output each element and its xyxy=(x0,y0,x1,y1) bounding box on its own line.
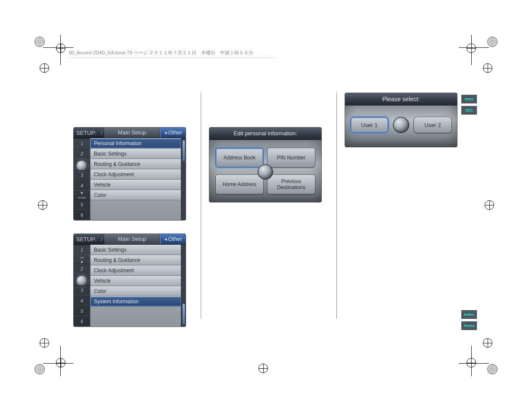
page-content: SETUP: / Main Setup Other 1 2 3 4 ▼ DOWN xyxy=(73,93,459,318)
user-dial-icon[interactable] xyxy=(393,117,409,133)
setup1-num-1: 1 xyxy=(74,138,90,149)
crop-mark-tl xyxy=(34,37,65,67)
setup2-num-3: 3 xyxy=(74,285,90,296)
crop-mark-left xyxy=(38,200,47,210)
setup2-num-6: 6 xyxy=(74,316,90,327)
setup1-num-3: 3 xyxy=(74,170,90,181)
edit-btn-home-address[interactable]: Home Address xyxy=(215,174,264,194)
setup1-num-2: 2 xyxy=(74,149,90,159)
setup1-item-personal-information[interactable]: Personal Information xyxy=(90,138,181,149)
setup2-num-4: 4 xyxy=(74,296,90,306)
setup2-items: Basic Settings Routing & Guidance Clock … xyxy=(90,245,181,327)
setup2-label: SETUP: xyxy=(74,236,99,243)
setup1-num-6: 6 xyxy=(74,210,90,220)
setup2-item-color[interactable]: Color xyxy=(90,286,181,296)
setup1-tab-other[interactable]: Other xyxy=(160,128,186,138)
setup1-scrollbar[interactable] xyxy=(181,138,186,220)
edit-personal-info-screen: Edit personal information: Address Book … xyxy=(209,127,322,202)
setup1-tab-main[interactable]: Main Setup xyxy=(104,128,160,138)
setup2-scrollbar[interactable] xyxy=(181,245,186,327)
setup2-item-basic-settings[interactable]: Basic Settings xyxy=(90,245,181,255)
column-3: Please select: User 1 User 2 xyxy=(337,93,464,318)
crop-mark-br xyxy=(467,344,498,374)
setup2-number-column: 1 UP ▲ 2 3 4 5 6 xyxy=(74,245,90,327)
user-select-title: Please select: xyxy=(345,93,457,106)
crop-mark-right xyxy=(485,200,494,210)
setup2-item-system-information[interactable]: System Information xyxy=(90,296,181,307)
setup1-item-color[interactable]: Color xyxy=(90,190,181,200)
setup1-list: 1 2 3 4 ▼ DOWN 5 6 Personal Information xyxy=(74,138,186,220)
setup1-item-vehicle[interactable]: Vehicle xyxy=(90,180,181,190)
setup2-tab-other[interactable]: Other xyxy=(160,234,186,244)
setup2-num-2: 2 xyxy=(74,264,90,274)
edit-dial-icon[interactable] xyxy=(258,164,273,180)
page-header: 00_Accord 2D4D_KA.book 79 ページ ２０１１年７月２１日… xyxy=(69,50,276,58)
crop-mark-bl xyxy=(34,344,65,374)
setup1-slash: / xyxy=(99,130,104,136)
setup2-tab-main[interactable]: Main Setup xyxy=(104,234,160,244)
edit-btn-previous-destinations[interactable]: Previous Destinations xyxy=(267,174,315,194)
user-btn-user1[interactable]: User 1 xyxy=(350,117,389,133)
setup2-item-clock-adjustment[interactable]: Clock Adjustment xyxy=(90,265,181,276)
user-btn-user2[interactable]: User 2 xyxy=(414,117,452,133)
user-select-row: User 1 User 2 xyxy=(345,106,457,147)
setup2-num-1: 1 xyxy=(74,245,90,255)
setup1-item-clock-adjustment[interactable]: Clock Adjustment xyxy=(90,169,181,180)
edit-btn-pin-number[interactable]: PIN Number xyxy=(267,148,315,168)
setup1-item-basic-settings[interactable]: Basic Settings xyxy=(90,149,181,159)
crop-mark-bottom xyxy=(258,364,268,373)
setup2-item-routing-guidance[interactable]: Routing & Guidance xyxy=(90,255,181,265)
crop-mark-tr xyxy=(467,37,498,67)
setup1-items: Personal Information Basic Settings Rout… xyxy=(90,138,181,220)
setup-screen-1: SETUP: / Main Setup Other 1 2 3 4 ▼ DOWN xyxy=(73,127,186,221)
setup1-label: SETUP: xyxy=(74,130,99,136)
edit-options: Address Book PIN Number Home Address Pre… xyxy=(209,140,321,202)
side-tab-home[interactable]: Home xyxy=(461,321,477,330)
column-1: SETUP: / Main Setup Other 1 2 3 4 ▼ DOWN xyxy=(73,93,201,318)
setup2-titlebar: SETUP: / Main Setup Other xyxy=(74,234,186,245)
setup2-num-5: 5 xyxy=(74,306,90,316)
setup1-number-column: 1 2 3 4 ▼ DOWN 5 6 xyxy=(74,138,90,220)
setup1-num-5: 5 xyxy=(74,199,90,210)
setup1-titlebar: SETUP: / Main Setup Other xyxy=(74,128,186,138)
setup2-slash: / xyxy=(99,236,104,243)
user-select-screen: Please select: User 1 User 2 xyxy=(345,93,457,147)
setup2-item-vehicle[interactable]: Vehicle xyxy=(90,276,181,286)
setup1-down-arrow-icon[interactable]: ▼ DOWN xyxy=(74,191,90,199)
column-2: Edit personal information: Address Book … xyxy=(201,93,337,318)
setup2-list: 1 UP ▲ 2 3 4 5 6 Basic Settings xyxy=(74,245,186,327)
setup-screen-2: SETUP: / Main Setup Other 1 UP ▲ 2 3 xyxy=(73,234,186,327)
setup1-num-4: 4 xyxy=(74,181,90,191)
edit-title: Edit personal information: xyxy=(209,128,321,140)
edit-btn-address-book[interactable]: Address Book xyxy=(215,148,264,168)
setup1-item-routing-guidance[interactable]: Routing & Guidance xyxy=(90,159,181,169)
setup2-up-arrow-icon[interactable]: UP ▲ xyxy=(74,255,90,264)
